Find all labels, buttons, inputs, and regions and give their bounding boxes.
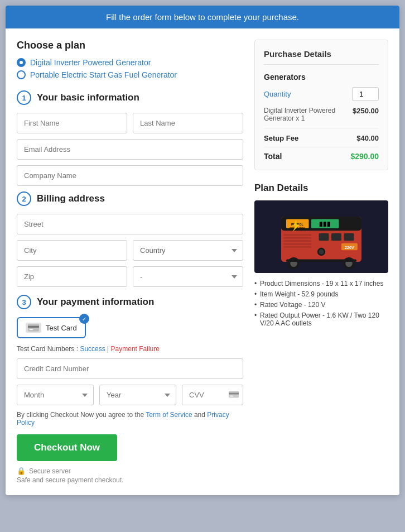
card-icon (26, 323, 41, 333)
failure-link[interactable]: Payment Failure (111, 345, 160, 353)
plan-option-1[interactable]: Digital Inverter Powered Generator (17, 58, 243, 67)
feature-3: Rated Voltage - 120 V (254, 301, 388, 309)
left-panel: Choose a plan Digital Inverter Powered G… (17, 40, 243, 484)
step2-title: Billing address (37, 193, 105, 204)
total-label: Total (264, 152, 282, 161)
purchase-details-title: Purchase Details (264, 49, 379, 65)
svg-point-25 (319, 250, 324, 255)
year-select[interactable]: Year 202420252026 202720282029 (99, 385, 176, 405)
generators-label: Generators (264, 73, 379, 82)
generator-image: █ █ █ PETROL GENERATOR (254, 200, 388, 273)
test-card-note: Test Card Numbers : Success | Payment Fa… (17, 345, 243, 353)
zip-input[interactable] (17, 266, 127, 287)
product-name: Digital Inverter Powered Generator x 1 (264, 107, 336, 122)
feature-2: Item Weight - 52.9 pounds (254, 290, 388, 298)
cvv-wrapper (182, 385, 243, 405)
svg-rect-30 (286, 260, 356, 262)
quantity-row: Quantity (264, 87, 379, 101)
card-check-badge (79, 314, 89, 324)
svg-rect-15 (284, 237, 312, 239)
card-options: Test Card (17, 317, 243, 338)
radio-unchecked[interactable] (17, 70, 26, 79)
page-wrapper: Fill the order form below to complete yo… (6, 6, 399, 495)
setup-fee-label: Setup Fee (264, 134, 298, 142)
secure-desc: Safe and secure payment checkout. (17, 476, 123, 484)
svg-text:220V: 220V (345, 245, 354, 250)
success-link[interactable]: Success (80, 345, 105, 353)
cc-number-input[interactable] (17, 358, 243, 379)
svg-rect-16 (284, 240, 312, 242)
step3-header: 3 Your payment information (17, 295, 243, 309)
product-row: Digital Inverter Powered Generator x 1 $… (264, 107, 379, 128)
svg-rect-1 (28, 326, 39, 328)
purchase-box: Purchase Details Generators Quantity Dig… (254, 40, 388, 170)
feature-4: Rated Output Power - 1.6 KW / Two 120 V/… (254, 311, 388, 327)
svg-rect-14 (284, 234, 312, 236)
secure-label: Secure server (29, 467, 71, 475)
street-input[interactable] (17, 214, 243, 234)
plan-features: Product Dimensions - 19 x 11 x 17 inches… (254, 280, 388, 327)
step2-header: 2 Billing address (17, 191, 243, 206)
plan-option-2-label: Portable Electric Start Gas Fuel Generat… (30, 70, 177, 79)
cvv-card-icon (229, 391, 239, 400)
svg-rect-2 (30, 329, 33, 330)
total-row: Total $290.00 (264, 152, 379, 161)
top-banner: Fill the order form below to complete yo… (6, 6, 399, 28)
state-select[interactable]: - AL CA NY TX (133, 266, 243, 287)
checkout-button[interactable]: Checkout Now (17, 434, 117, 461)
radio-checked[interactable] (17, 58, 26, 67)
cc-expiry-row: Month 01020304 05060708 09101112 Year 20… (17, 385, 243, 405)
svg-rect-17 (284, 243, 312, 245)
right-panel: Purchase Details Generators Quantity Dig… (254, 40, 388, 484)
svg-rect-5 (230, 395, 233, 396)
svg-rect-21 (344, 233, 354, 241)
name-row (17, 113, 243, 133)
setup-fee-value: $40.00 (356, 134, 379, 142)
first-name-input[interactable] (17, 113, 127, 133)
test-card-option[interactable]: Test Card (17, 317, 86, 338)
secure-note: 🔒 Secure server Safe and secure payment … (17, 467, 243, 484)
banner-text: Fill the order form below to complete yo… (106, 12, 299, 22)
cc-number-row (17, 358, 243, 379)
svg-rect-20 (331, 233, 341, 241)
tos-link[interactable]: Term of Service (146, 411, 192, 419)
plan-details-title: Plan Details (254, 183, 388, 194)
street-row (17, 214, 243, 234)
main-content: Choose a plan Digital Inverter Powered G… (6, 28, 399, 495)
svg-rect-4 (229, 392, 239, 394)
month-select[interactable]: Month 01020304 05060708 09101112 (17, 385, 94, 405)
choose-plan-title: Choose a plan (17, 40, 243, 51)
step3-title: Your payment information (37, 296, 154, 308)
product-price: $250.00 (353, 107, 379, 115)
email-input[interactable] (17, 139, 243, 160)
plan-option-2[interactable]: Portable Electric Start Gas Fuel Generat… (17, 70, 243, 79)
feature-1: Product Dimensions - 19 x 11 x 17 inches (254, 280, 388, 287)
lock-icon: 🔒 (17, 467, 26, 475)
card-label: Test Card (46, 324, 77, 332)
plan-options: Digital Inverter Powered Generator Porta… (17, 58, 243, 79)
plan-option-1-label: Digital Inverter Powered Generator (30, 58, 151, 67)
quantity-input[interactable] (352, 87, 379, 101)
total-value: $290.00 (350, 152, 379, 161)
terms-text: By clicking Checkout Now you agree to th… (17, 411, 243, 426)
svg-rect-19 (319, 233, 329, 241)
setup-fee-row: Setup Fee $40.00 (264, 134, 379, 147)
company-row (17, 165, 243, 186)
svg-rect-18 (284, 246, 312, 248)
email-row (17, 139, 243, 160)
zip-state-row: - AL CA NY TX (17, 266, 243, 287)
quantity-label: Quantity (264, 90, 291, 98)
step1-title: Your basic information (37, 92, 139, 103)
company-input[interactable] (17, 165, 243, 186)
step2-circle: 2 (17, 191, 31, 206)
svg-text:GENERATOR: GENERATOR (290, 227, 306, 230)
city-country-row: Country United States Canada United King… (17, 240, 243, 261)
country-select[interactable]: Country United States Canada United King… (133, 240, 243, 261)
step1-circle: 1 (17, 90, 31, 105)
last-name-input[interactable] (133, 113, 243, 133)
step1-header: 1 Your basic information (17, 90, 243, 105)
step3-circle: 3 (17, 295, 31, 309)
svg-text:█ █ █: █ █ █ (320, 222, 331, 227)
city-input[interactable] (17, 240, 127, 261)
